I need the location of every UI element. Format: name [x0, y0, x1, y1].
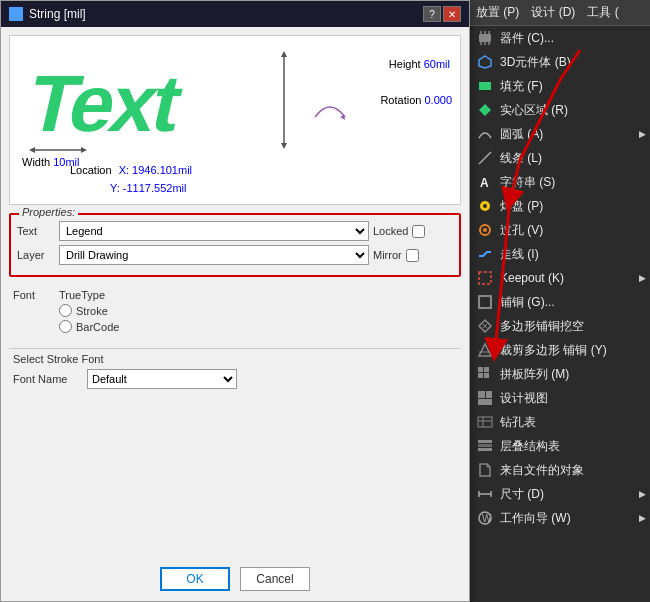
location-label: Location — [70, 164, 112, 176]
menu-topbar: 放置 (P) 设计 (D) 工具 ( — [470, 0, 650, 26]
menu-file-obj-label: 来自文件的对象 — [500, 462, 644, 479]
menu-item-stack-table[interactable]: 层叠结构表 — [470, 434, 650, 458]
menu-array-label: 拼板阵列 (M) — [500, 366, 644, 383]
layer-row: Layer Drill Drawing Mirror — [17, 245, 453, 265]
clip-poly-icon — [476, 341, 494, 359]
menu-item-wizard[interactable]: W 工作向导 (W) — [470, 506, 650, 530]
dialog-title: String [mil] — [29, 7, 86, 21]
solid-region-icon — [476, 101, 494, 119]
height-indicator — [278, 50, 290, 153]
svg-rect-41 — [478, 440, 492, 443]
menu-fill-label: 填充 (F) — [500, 78, 644, 95]
rotation-label: Rotation — [380, 94, 421, 106]
menu-item-solid-region[interactable]: 实心区域 (R) — [470, 98, 650, 122]
layer-select[interactable]: Drill Drawing — [59, 245, 369, 265]
menu-design[interactable]: 设计 (D) — [525, 2, 581, 23]
font-name-select[interactable]: Default — [87, 369, 237, 389]
width-text: Width — [22, 156, 50, 168]
menu-string-label: 字符串 (S) — [500, 174, 644, 191]
svg-point-22 — [483, 228, 487, 232]
font-section: Font TrueType Stroke BarCode — [9, 285, 461, 340]
dialog-footer: OK Cancel — [1, 557, 469, 601]
text-icon: A — [476, 173, 494, 191]
svg-rect-25 — [480, 297, 490, 307]
copper-icon — [476, 293, 494, 311]
barcode-radio[interactable] — [59, 320, 72, 333]
menu-copper-label: 铺铜 (G)... — [500, 294, 644, 311]
cancel-button[interactable]: Cancel — [240, 567, 310, 591]
svg-text:A: A — [480, 176, 489, 190]
right-panel: 放置 (P) 设计 (D) 工具 ( 器件 (C)... 3D元件体 (B) 填… — [470, 0, 650, 602]
menu-item-via[interactable]: 过孔 (V) — [470, 218, 650, 242]
menu-item-pad[interactable]: 焊盘 (P) — [470, 194, 650, 218]
stroke-label: Stroke — [76, 305, 108, 317]
rotation-indicator — [310, 92, 350, 125]
height-value: 60mil — [424, 58, 450, 70]
menu-item-arc[interactable]: 圆弧 (A) — [470, 122, 650, 146]
menu-item-trace[interactable]: 走线 (I) — [470, 242, 650, 266]
svg-rect-23 — [479, 272, 491, 284]
location-row2: Y: -1117.552mil — [110, 182, 186, 194]
mirror-checkbox[interactable] — [406, 249, 419, 262]
ok-button[interactable]: OK — [160, 567, 230, 591]
menu-pad-label: 焊盘 (P) — [500, 198, 644, 215]
properties-label: Properties: — [19, 206, 78, 218]
title-left: String [mil] — [9, 7, 86, 21]
locked-checkbox[interactable] — [412, 225, 425, 238]
dialog-icon — [9, 7, 23, 21]
menu-wizard-label: 工作向导 (W) — [500, 510, 644, 527]
menu-stack-table-label: 层叠结构表 — [500, 438, 644, 455]
menu-solid-region-label: 实心区域 (R) — [500, 102, 644, 119]
menu-item-keepout[interactable]: Keepout (K) — [470, 266, 650, 290]
menu-item-fill[interactable]: 填充 (F) — [470, 74, 650, 98]
menu-item-array[interactable]: 拼板阵列 (M) — [470, 362, 650, 386]
stroke-font-title: Select Stroke Font — [13, 353, 457, 365]
svg-rect-31 — [478, 367, 483, 372]
poly-cutout-icon — [476, 317, 494, 335]
locked-group: Locked — [373, 225, 453, 238]
line-icon — [476, 149, 494, 167]
menu-item-component[interactable]: 器件 (C)... — [470, 26, 650, 50]
menu-item-poly-cutout[interactable]: 多边形铺铜挖空 — [470, 314, 650, 338]
font-value: TrueType — [59, 289, 105, 301]
close-button[interactable]: ✕ — [443, 6, 461, 22]
menu-tools[interactable]: 工具 ( — [581, 2, 624, 23]
preview-text-display: Text — [27, 64, 181, 144]
width-arrow-svg — [28, 144, 88, 156]
help-button[interactable]: ? — [423, 6, 441, 22]
menu-item-copper[interactable]: 铺铜 (G)... — [470, 290, 650, 314]
svg-rect-33 — [478, 373, 483, 378]
menu-design-view-label: 设计视图 — [500, 390, 644, 407]
menu-item-dimension[interactable]: 尺寸 (D) — [470, 482, 650, 506]
menu-item-clip-poly[interactable]: 裁剪多边形 铺铜 (Y) — [470, 338, 650, 362]
dimension-icon — [476, 485, 494, 503]
stroke-font-section: Select Stroke Font Font Name Default — [9, 348, 461, 393]
locked-label: Locked — [373, 225, 408, 237]
titlebar-buttons: ? ✕ — [423, 6, 461, 22]
stroke-radio[interactable] — [59, 304, 72, 317]
menu-item-drill-table[interactable]: 钻孔表 — [470, 410, 650, 434]
menu-item-3d[interactable]: 3D元件体 (B) — [470, 50, 650, 74]
preview-area: Text Width 10mil H — [9, 35, 461, 205]
mirror-label: Mirror — [373, 249, 402, 261]
font-name-row: Font Name Default — [13, 369, 457, 389]
svg-rect-38 — [478, 417, 492, 427]
menu-item-line[interactable]: 线条 (L) — [470, 146, 650, 170]
location-row1: Location X: 1946.101mil — [70, 164, 192, 176]
menu-item-file-obj[interactable]: 来自文件的对象 — [470, 458, 650, 482]
arc-icon — [476, 125, 494, 143]
font-label: Font — [13, 289, 51, 301]
menu-item-string[interactable]: A 字符串 (S) — [470, 170, 650, 194]
fill-icon — [476, 77, 494, 95]
menu-item-design-view[interactable]: 设计视图 — [470, 386, 650, 410]
svg-rect-42 — [478, 444, 492, 447]
rotation-label-area: Rotation 0.000 — [380, 94, 452, 106]
svg-rect-35 — [478, 391, 485, 398]
menu-dimension-label: 尺寸 (D) — [500, 486, 644, 503]
text-label: Text — [17, 225, 55, 237]
text-select[interactable]: Legend — [59, 221, 369, 241]
menu-items-list: 器件 (C)... 3D元件体 (B) 填充 (F) 实心区域 (R) 圆弧 (… — [470, 26, 650, 602]
via-icon — [476, 221, 494, 239]
menu-place[interactable]: 放置 (P) — [470, 2, 525, 23]
svg-rect-36 — [486, 391, 492, 398]
